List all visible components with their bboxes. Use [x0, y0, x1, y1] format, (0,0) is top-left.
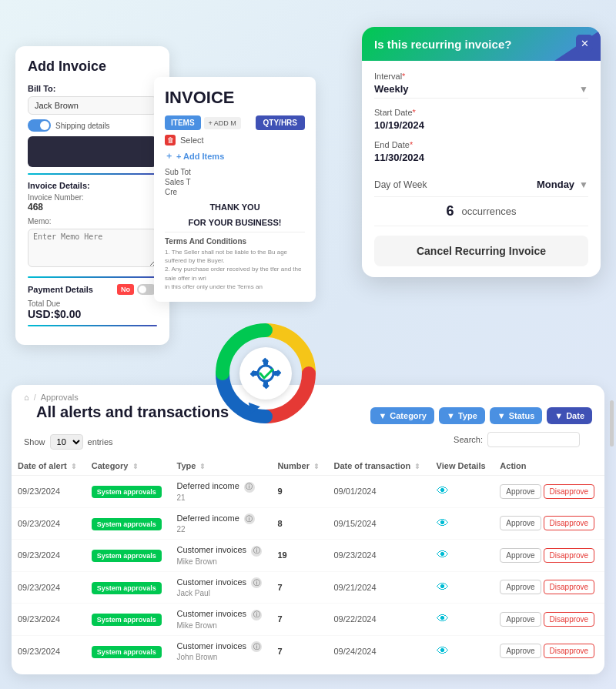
col-date-transaction: Date of transaction ⇕	[327, 457, 430, 476]
cell-date-alert-3: 09/23/2024	[12, 571, 85, 604]
add-invoice-panel: Add Invoice Bill To: Jack Brown Shipping…	[15, 46, 169, 345]
cell-category-3: System approvals	[85, 571, 171, 604]
items-btn[interactable]: ITEMS	[165, 115, 201, 130]
start-date-group: Start Date* 10/19/2024	[374, 108, 588, 131]
cell-category-0: System approvals	[85, 476, 171, 508]
date-label: Date	[566, 411, 584, 420]
add-items-btn[interactable]: ＋ + Add Items	[165, 150, 305, 162]
day-arrow-icon[interactable]: ▼	[579, 179, 588, 190]
terms-title: Terms And Conditions	[165, 237, 305, 246]
cell-type-2: Customer invoices ⓘ Mike Brown	[171, 540, 272, 572]
show-label: Show	[24, 437, 45, 447]
status-filter-btn[interactable]: ▼ Status	[490, 407, 543, 424]
cell-view-5: 👁	[430, 635, 494, 667]
interval-label: Interval*	[374, 72, 588, 81]
entries-label: entries	[88, 437, 113, 447]
end-date-group: End Date* 11/30/2024	[374, 140, 588, 163]
business-text: FOR YOUR BUSINESS!	[165, 218, 305, 227]
disapprove-btn-2[interactable]: Disapprove	[544, 548, 595, 563]
cell-date-transaction-3: 09/21/2024	[327, 571, 430, 604]
approve-btn-5[interactable]: Approve	[500, 644, 541, 658]
scrollbar[interactable]	[610, 400, 614, 447]
sort-icon-num[interactable]: ⇕	[313, 463, 320, 470]
type-text-3: Customer invoices	[177, 577, 246, 587]
type-filter-btn[interactable]: ▼ Type	[439, 407, 485, 424]
view-icon-4[interactable]: 👁	[437, 612, 449, 625]
sales-tax-row: Sales T	[165, 178, 305, 186]
info-icon-0[interactable]: ⓘ	[244, 482, 255, 493]
info-icon-1[interactable]: ⓘ	[244, 513, 255, 524]
date-filter-btn[interactable]: ▼ Date	[547, 407, 592, 424]
recurring-panel: Is this recurring invoice? ✕ Interval* W…	[362, 27, 601, 277]
entries-select[interactable]: 10 25 50	[50, 434, 83, 450]
number-val-3: 7	[277, 583, 282, 592]
trash-icon[interactable]: 🗑	[165, 135, 176, 145]
info-icon-2[interactable]: ⓘ	[251, 546, 262, 557]
shipping-label: Shipping details	[55, 122, 110, 130]
table-row: 09/23/2024 System approvals Customer inv…	[12, 571, 604, 604]
sort-icon-cat[interactable]: ⇕	[132, 463, 139, 470]
memo-input[interactable]	[28, 229, 157, 267]
payment-label: Payment Details	[28, 285, 93, 294]
view-icon-0[interactable]: 👁	[437, 484, 449, 497]
interval-arrow-icon[interactable]: ▼	[579, 84, 588, 95]
disapprove-btn-0[interactable]: Disapprove	[544, 484, 595, 499]
info-icon-3[interactable]: ⓘ	[251, 577, 262, 588]
view-icon-1[interactable]: 👁	[437, 517, 449, 530]
cell-category-2: System approvals	[85, 540, 171, 572]
bill-to-select[interactable]: Jack Brown	[28, 96, 157, 115]
approve-btn-4[interactable]: Approve	[500, 612, 541, 627]
cell-date-transaction-0: 09/01/2024	[327, 476, 430, 508]
type-text-4: Customer invoices	[177, 609, 246, 618]
svg-point-3	[239, 347, 292, 400]
occurrence-number: 6	[447, 203, 454, 219]
action-btns-0: Approve Disapprove	[500, 484, 598, 499]
cell-action-5: Approve Disapprove	[494, 635, 604, 667]
add-more-btn[interactable]: + ADD M	[204, 117, 241, 129]
recurring-close-btn[interactable]: ✕	[576, 35, 593, 52]
col-number: Number ⇕	[271, 457, 327, 476]
search-input[interactable]	[487, 432, 580, 447]
cell-date-transaction-4: 09/22/2024	[327, 604, 430, 636]
disapprove-btn-4[interactable]: Disapprove	[544, 612, 595, 627]
disapprove-btn-1[interactable]: Disapprove	[544, 516, 595, 530]
cancel-recurring-btn[interactable]: Cancel Recurring Invoice	[374, 236, 588, 266]
type-text-1: Deferred income	[177, 513, 239, 523]
items-toolbar: ITEMS + ADD M QTY/HRS	[165, 115, 305, 130]
invoice-number-label: Invoice Number:	[28, 193, 157, 202]
disapprove-btn-5[interactable]: Disapprove	[544, 644, 595, 658]
col-category: Category ⇕	[85, 457, 171, 476]
shipping-toggle[interactable]	[28, 119, 51, 132]
cell-number-5: 7	[271, 635, 327, 667]
disapprove-btn-3[interactable]: Disapprove	[544, 580, 595, 594]
view-icon-2[interactable]: 👁	[437, 548, 449, 561]
approve-btn-0[interactable]: Approve	[500, 484, 541, 499]
invoice-preview: INVOICE ITEMS + ADD M QTY/HRS 🗑 Select ＋…	[154, 77, 316, 302]
sort-icon-type[interactable]: ⇕	[199, 463, 206, 470]
info-icon-5[interactable]: ⓘ	[251, 641, 262, 652]
day-of-week-value: Monday	[537, 179, 574, 190]
terms-section: Terms And Conditions 1. The Seller shall…	[165, 232, 305, 291]
info-icon-4[interactable]: ⓘ	[251, 610, 262, 620]
approve-btn-3[interactable]: Approve	[500, 580, 541, 594]
number-val-5: 7	[277, 647, 282, 656]
view-icon-5[interactable]: 👁	[437, 644, 449, 657]
table-row: 09/23/2024 System approvals Deferred inc…	[12, 476, 604, 508]
number-val-1: 8	[277, 519, 282, 528]
approve-btn-2[interactable]: Approve	[500, 548, 541, 563]
cell-action-1: Approve Disapprove	[494, 507, 604, 540]
qty-btn[interactable]: QTY/HRS	[256, 115, 305, 130]
divider-3	[28, 325, 157, 326]
start-date-label: Start Date*	[374, 108, 588, 117]
sort-icon-date[interactable]: ⇕	[71, 463, 77, 470]
category-filter-btn[interactable]: ▼ Category	[370, 407, 434, 424]
breadcrumb-sep: /	[34, 393, 36, 402]
cell-type-4: Customer invoices ⓘ Mike Brown	[171, 604, 272, 636]
view-icon-3[interactable]: 👁	[437, 580, 449, 594]
select-label: Select	[180, 135, 204, 145]
breadcrumb-home: ⌂	[24, 393, 29, 402]
sort-icon-trans[interactable]: ⇕	[414, 463, 420, 470]
interval-group: Interval* Weekly ▼	[374, 72, 588, 99]
approve-btn-1[interactable]: Approve	[500, 516, 541, 530]
plus-icon: ＋	[165, 150, 173, 162]
